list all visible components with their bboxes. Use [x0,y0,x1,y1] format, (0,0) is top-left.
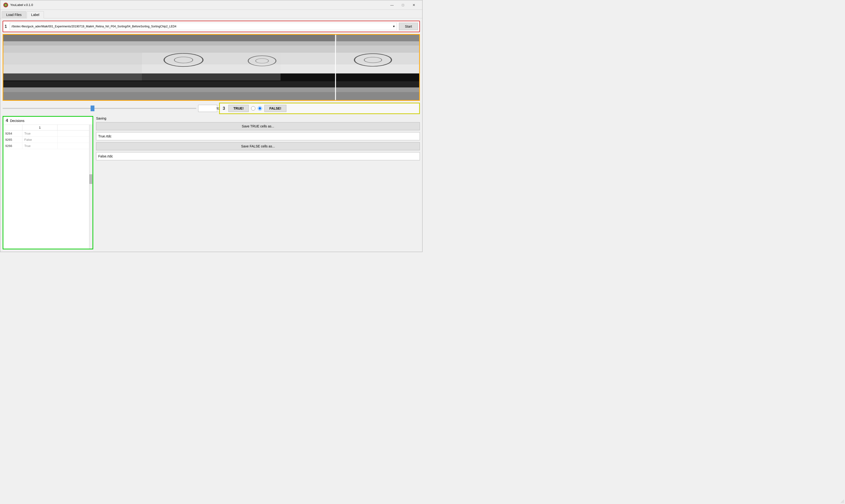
radio-false-label[interactable] [258,106,262,110]
cell-id-2: 9266 [3,143,22,149]
cell-decision-0: True [22,130,57,137]
title-bar-left: YouLabel v.0.1.0 [3,2,33,7]
svg-rect-25 [336,64,419,73]
radio-false[interactable] [258,106,262,110]
frame-slider[interactable] [3,108,196,109]
save-true-button[interactable]: Save TRUE cells as... [96,122,420,130]
col-header-id [3,125,22,130]
app-icon [3,2,8,7]
table-row: 9265 False [3,137,92,143]
cell-id-1: 9265 [3,137,22,143]
section2-image [3,34,420,101]
table-body[interactable]: 9264 True 9265 False 9266 True [3,130,92,174]
saving-title: Saving [96,116,420,120]
tab-load-files[interactable]: Load Files [2,11,26,18]
radio-true[interactable] [251,106,255,110]
minimize-button[interactable]: — [386,1,397,9]
svg-rect-22 [336,41,419,46]
left-image-svg [3,35,419,100]
svg-rect-26 [336,73,419,82]
svg-rect-28 [336,87,419,92]
radio-true-label[interactable] [251,106,255,110]
filepath-dropdown[interactable]: //biotec-files/guck_ader/Maik/001_Experi… [10,23,397,30]
svg-rect-14 [3,52,142,80]
table-header: 1 [3,125,92,130]
false-button[interactable]: FALSE! [264,105,286,112]
maximize-button[interactable]: □ [397,1,409,9]
filepath-text: //biotec-files/guck_ader/Maik/001_Experi… [12,25,176,28]
frame-spinbox[interactable]: ▲ ▼ [198,105,217,112]
dropdown-arrow-icon: ▼ [393,25,395,28]
scrollbar-thumb[interactable] [89,174,92,184]
false-filename-input[interactable] [96,152,420,160]
svg-rect-27 [336,82,419,87]
cell-decision-1: False [22,137,57,143]
section4-decisions: 4 Decisions 1 9264 True [3,116,93,249]
true-filename-input[interactable] [96,132,420,140]
radio-group [251,106,262,110]
decisions-title: 4 Decisions [3,117,92,125]
section1-filepath: 1 //biotec-files/guck_ader/Maik/001_Expe… [3,21,420,32]
label1-badge: 1 [4,24,7,29]
slider-row: ▲ ▼ 3 TRUE! FALSE! [3,103,420,114]
close-button[interactable]: ✕ [409,1,419,9]
tab-bar: Load Files Label [0,10,422,18]
bottom-row: 4 Decisions 1 9264 True [3,116,420,249]
image-left-panel [3,35,419,100]
save-false-button[interactable]: Save FALSE cells as... [96,142,420,150]
decisions-table: 1 9264 True 9265 False [3,125,92,249]
cell-decision-2: True [22,143,57,149]
label3-badge: 3 [223,106,225,111]
main-window: YouLabel v.0.1.0 — □ ✕ Load Files Label … [0,0,422,252]
table-row: 9264 True [3,130,92,137]
title-bar: YouLabel v.0.1.0 — □ ✕ [0,0,422,10]
cell-id-0: 9264 [3,130,22,137]
scrollbar-track[interactable] [89,125,92,249]
svg-point-2 [5,4,6,6]
true-button[interactable]: TRUE! [228,105,249,112]
svg-rect-23 [336,46,419,52]
cell-extra-1 [57,137,92,143]
section3-label-controls: 3 TRUE! FALSE! [219,103,420,114]
saving-section: Saving Save TRUE cells as... Save FALSE … [96,116,420,249]
cell-extra-2 [57,143,92,149]
main-content: 1 //biotec-files/guck_ader/Maik/001_Expe… [0,18,422,252]
app-title: YouLabel v.0.1.0 [10,3,33,7]
table-row: 9266 True [3,143,92,149]
col-header-count: 1 [22,125,57,130]
svg-rect-15 [142,52,280,80]
slider-container [3,108,196,109]
title-bar-controls: — □ ✕ [386,1,419,9]
image-canvas [3,35,419,100]
cell-extra-0 [57,130,92,137]
tab-label[interactable]: Label [27,11,44,18]
col-header-extra [57,125,92,130]
svg-rect-29 [336,92,419,100]
label4-badge: 4 [6,118,8,123]
start-button[interactable]: Start [399,23,418,30]
